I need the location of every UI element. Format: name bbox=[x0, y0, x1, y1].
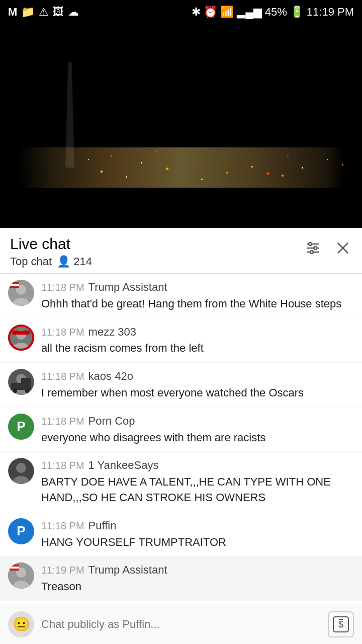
live-chat-title: Live chat bbox=[10, 235, 92, 253]
avatar bbox=[8, 325, 34, 351]
svg-rect-13 bbox=[10, 284, 19, 286]
viewer-count-area: 👤 214 bbox=[57, 255, 92, 268]
chat-message: 11:18 PM Trump Assistant Ohhh that'd be … bbox=[0, 274, 362, 318]
message-author: Trump Assistant bbox=[88, 562, 167, 578]
chat-message: P 11:18 PM Puffin HANG YOURSELF TRUMPTRA… bbox=[0, 512, 362, 557]
chat-message: 11:18 PM mezz 303 all the racism comes f… bbox=[0, 318, 362, 363]
svg-point-5 bbox=[310, 251, 313, 254]
top-chat-row: Top chat 👤 214 bbox=[10, 255, 92, 268]
message-author: mezz 303 bbox=[88, 325, 136, 340]
status-left: M 📁 ⚠ 🖼 ☁ bbox=[8, 6, 79, 19]
battery-icon: 🔋 bbox=[290, 6, 304, 19]
message-time: 11:18 PM bbox=[41, 325, 84, 339]
message-text: I remember when most everyone watched th… bbox=[41, 385, 354, 401]
wifi-icon: 📶 bbox=[220, 6, 234, 19]
svg-rect-34 bbox=[10, 565, 19, 567]
svg-point-26 bbox=[25, 389, 29, 393]
message-content: 11:18 PM kaos 42o I remember when most e… bbox=[41, 369, 354, 401]
svg-rect-35 bbox=[10, 567, 19, 569]
status-right: ✱ ⏰ 📶 ▂▄▆ 45% 🔋 11:19 PM bbox=[192, 6, 354, 19]
message-author: 1 YankeeSays bbox=[88, 458, 159, 473]
svg-rect-36 bbox=[10, 569, 19, 571]
bluetooth-icon: ✱ bbox=[192, 6, 201, 19]
svg-rect-19 bbox=[12, 331, 30, 335]
cloud-icon: ☁ bbox=[68, 6, 79, 19]
live-chat-title-area: Live chat Top chat 👤 214 bbox=[10, 235, 92, 268]
svg-point-25 bbox=[13, 389, 17, 393]
chat-message: 11:18 PM kaos 42o I remember when most e… bbox=[0, 363, 362, 408]
svg-point-4 bbox=[314, 247, 317, 250]
svg-rect-23 bbox=[11, 383, 31, 390]
video-thumbnail bbox=[0, 24, 362, 228]
chat-input[interactable] bbox=[41, 611, 321, 637]
folder-icon: 📁 bbox=[21, 6, 35, 19]
message-author: kaos 42o bbox=[88, 369, 133, 384]
svg-point-3 bbox=[309, 243, 312, 246]
message-text: everyone who disagrees with them are rac… bbox=[41, 430, 354, 446]
message-author: Trump Assistant bbox=[88, 280, 167, 295]
message-content: 11:18 PM Porn Cop everyone who disagrees… bbox=[41, 414, 354, 446]
close-icon[interactable] bbox=[334, 239, 352, 261]
message-meta: 11:18 PM Puffin bbox=[41, 518, 354, 534]
avatar: P bbox=[8, 518, 34, 544]
message-author: Puffin bbox=[88, 518, 117, 534]
message-meta: 11:18 PM 1 YankeeSays bbox=[41, 458, 354, 473]
message-time: 11:18 PM bbox=[41, 280, 84, 294]
message-content: 11:19 PM Trump Assistant Treason bbox=[41, 562, 354, 595]
input-bar: 😐 $ bbox=[0, 604, 362, 644]
avatar bbox=[8, 369, 34, 395]
top-chat-label[interactable]: Top chat bbox=[10, 255, 52, 268]
message-author: Porn Cop bbox=[88, 414, 135, 429]
time-display: 11:19 PM bbox=[307, 6, 354, 19]
message-text: BARTY DOE HAVE A TALENT,,,HE CAN TYPE WI… bbox=[41, 474, 354, 506]
status-bar: M 📁 ⚠ 🖼 ☁ ✱ ⏰ 📶 ▂▄▆ 45% 🔋 11:19 PM bbox=[0, 0, 362, 24]
emoji-button[interactable]: 😐 bbox=[8, 611, 34, 637]
warning-icon: ⚠ bbox=[39, 6, 49, 19]
message-meta: 11:18 PM mezz 303 bbox=[41, 325, 354, 340]
chat-messages: 11:18 PM Trump Assistant Ohhh that'd be … bbox=[0, 274, 362, 641]
chat-message: 11:19 PM Trump Assistant Treason bbox=[0, 556, 362, 601]
svg-text:$: $ bbox=[338, 619, 343, 629]
avatar bbox=[8, 280, 34, 306]
message-time: 11:18 PM bbox=[41, 458, 84, 472]
viewer-icon: 👤 bbox=[57, 255, 70, 268]
message-text: all the racism comes from the left bbox=[41, 341, 354, 356]
alarm-icon: ⏰ bbox=[204, 6, 217, 19]
message-time: 11:18 PM bbox=[41, 414, 84, 428]
live-chat-header: Live chat Top chat 👤 214 bbox=[0, 228, 362, 274]
video-player[interactable] bbox=[0, 24, 362, 228]
header-actions bbox=[304, 235, 352, 261]
svg-point-28 bbox=[16, 463, 26, 473]
message-text: HANG YOURSELF TRUMPTRAITOR bbox=[41, 535, 354, 550]
viewer-count-number: 214 bbox=[73, 255, 92, 268]
avatar bbox=[8, 562, 34, 589]
avatar bbox=[8, 458, 34, 484]
message-time: 11:18 PM bbox=[41, 519, 84, 533]
filter-icon[interactable] bbox=[304, 239, 322, 261]
chat-message: P 11:18 PM Porn Cop everyone who disagre… bbox=[0, 408, 362, 452]
message-time: 11:19 PM bbox=[41, 563, 84, 577]
message-content: 11:18 PM Trump Assistant Ohhh that'd be … bbox=[41, 280, 354, 312]
avatar: P bbox=[8, 414, 34, 440]
image-icon: 🖼 bbox=[53, 6, 64, 19]
battery-percent: 45% bbox=[265, 6, 287, 19]
emoji-icon: 😐 bbox=[13, 616, 30, 632]
svg-rect-14 bbox=[10, 286, 19, 288]
svg-rect-24 bbox=[21, 378, 31, 384]
signal-icon: ▂▄▆ bbox=[237, 6, 262, 19]
message-text: Ohhh that'd be great! Hang them from the… bbox=[41, 296, 354, 312]
message-content: 11:18 PM mezz 303 all the racism comes f… bbox=[41, 325, 354, 357]
svg-rect-12 bbox=[10, 282, 19, 284]
message-text: Treason bbox=[41, 579, 354, 595]
message-meta: 11:18 PM kaos 42o bbox=[41, 369, 354, 384]
super-chat-button[interactable]: $ bbox=[328, 611, 354, 637]
message-content: 11:18 PM 1 YankeeSays BARTY DOE HAVE A T… bbox=[41, 458, 354, 505]
message-time: 11:18 PM bbox=[41, 369, 84, 383]
message-content: 11:18 PM Puffin HANG YOURSELF TRUMPTRAIT… bbox=[41, 518, 354, 550]
chat-message: 11:18 PM 1 YankeeSays BARTY DOE HAVE A T… bbox=[0, 452, 362, 512]
app-icon-m: M bbox=[8, 6, 17, 19]
message-meta: 11:18 PM Porn Cop bbox=[41, 414, 354, 429]
message-meta: 11:19 PM Trump Assistant bbox=[41, 562, 354, 578]
light-dots bbox=[0, 163, 362, 188]
message-meta: 11:18 PM Trump Assistant bbox=[41, 280, 354, 295]
